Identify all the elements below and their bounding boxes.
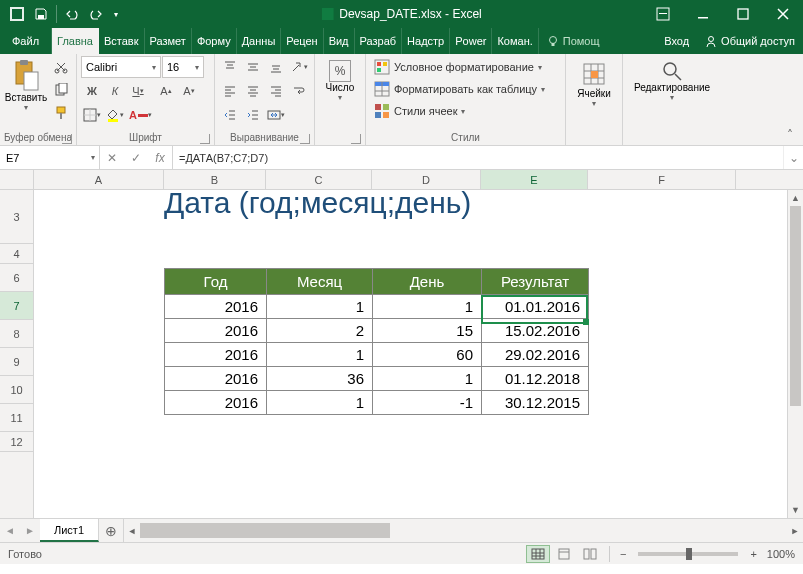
column-header[interactable]: A	[34, 170, 164, 189]
row-header[interactable]: 11	[0, 404, 33, 432]
zoom-slider[interactable]	[638, 552, 738, 556]
tab-insert[interactable]: Вставк	[99, 28, 145, 54]
format-painter-icon[interactable]	[50, 102, 72, 124]
maximize-icon[interactable]	[723, 0, 763, 28]
cell[interactable]: -1	[373, 391, 482, 415]
tab-formulas[interactable]: Форму	[192, 28, 237, 54]
underline-button[interactable]: Ч▾	[127, 80, 149, 102]
zoom-thumb[interactable]	[686, 548, 692, 560]
increase-font-icon[interactable]: A▴	[155, 80, 177, 102]
cell[interactable]: 2	[267, 319, 373, 343]
cell[interactable]: 2016	[165, 295, 267, 319]
cells-area[interactable]: Дата (год;месяц;день) ГодМесяцДеньРезуль…	[34, 190, 803, 518]
sheet-tab[interactable]: Лист1	[40, 519, 99, 542]
tab-addins[interactable]: Надстр	[402, 28, 450, 54]
format-as-table-button[interactable]: Форматировать как таблицу▾	[370, 78, 549, 100]
fx-icon[interactable]: fx	[148, 146, 172, 169]
italic-button[interactable]: К	[104, 80, 126, 102]
row-header[interactable]: 10	[0, 376, 33, 404]
cell[interactable]: 1	[267, 343, 373, 367]
tab-nav-prev[interactable]: ◄	[0, 519, 20, 542]
cell[interactable]: 29.02.2016	[482, 343, 589, 367]
tab-review[interactable]: Рецен	[281, 28, 323, 54]
conditional-formatting-button[interactable]: Условное форматирование▾	[370, 56, 546, 78]
editing-button[interactable]: Редактирование▾	[627, 56, 717, 102]
close-icon[interactable]	[763, 0, 803, 28]
minimize-icon[interactable]	[683, 0, 723, 28]
tell-me[interactable]: Помощ	[539, 28, 608, 54]
row-header[interactable]: 7	[0, 292, 33, 320]
tab-view[interactable]: Вид	[324, 28, 355, 54]
font-name-combo[interactable]: Calibri▾	[81, 56, 161, 78]
tab-power[interactable]: Power	[450, 28, 492, 54]
collapse-ribbon-icon[interactable]: ˄	[781, 126, 799, 144]
orientation-icon[interactable]: ▾	[288, 56, 310, 78]
add-sheet-icon[interactable]: ⊕	[99, 519, 123, 542]
cell[interactable]: 1	[373, 295, 482, 319]
zoom-out-icon[interactable]: −	[616, 548, 630, 560]
cell[interactable]: 2016	[165, 343, 267, 367]
cell[interactable]: 01.12.2018	[482, 367, 589, 391]
cell[interactable]: 15.02.2016	[482, 319, 589, 343]
paste-button[interactable]: Вставить▾	[4, 56, 48, 112]
horizontal-scrollbar[interactable]: ◄ ►	[123, 519, 803, 542]
tab-developer[interactable]: Разраб	[355, 28, 403, 54]
formula-input[interactable]: =ДАТА(B7;C7;D7)	[173, 146, 783, 169]
ribbon-options-icon[interactable]	[643, 0, 683, 28]
enter-formula-icon[interactable]: ✓	[124, 146, 148, 169]
cell[interactable]: 01.01.2016	[482, 295, 589, 319]
select-all-corner[interactable]	[0, 170, 34, 189]
row-header[interactable]: 4	[0, 244, 33, 264]
page-layout-view-icon[interactable]	[552, 545, 576, 563]
decrease-indent-icon[interactable]	[219, 104, 241, 126]
align-dialog-launcher[interactable]	[300, 134, 310, 144]
share-button[interactable]: Общий доступ	[697, 28, 803, 54]
tab-nav-next[interactable]: ►	[20, 519, 40, 542]
font-size-combo[interactable]: 16▾	[162, 56, 204, 78]
merge-icon[interactable]: ▾	[265, 104, 287, 126]
row-header[interactable]: 8	[0, 320, 33, 348]
number-format-button[interactable]: % Число▾	[319, 56, 361, 102]
expand-formula-bar-icon[interactable]: ⌄	[783, 146, 803, 169]
cell[interactable]: 36	[267, 367, 373, 391]
scroll-left-icon[interactable]: ◄	[124, 519, 140, 542]
column-header[interactable]: E	[481, 170, 588, 189]
align-bottom-icon[interactable]	[265, 56, 287, 78]
page-break-view-icon[interactable]	[578, 545, 602, 563]
row-header[interactable]: 12	[0, 432, 33, 452]
vertical-scroll-thumb[interactable]	[790, 206, 801, 406]
column-header[interactable]: C	[266, 170, 372, 189]
column-header[interactable]: F	[588, 170, 736, 189]
number-dialog-launcher[interactable]	[351, 134, 361, 144]
cancel-formula-icon[interactable]: ✕	[100, 146, 124, 169]
cell-styles-button[interactable]: Стили ячеек▾	[370, 100, 469, 122]
qat-customize-icon[interactable]: ▾	[109, 3, 123, 25]
cell[interactable]: 2016	[165, 319, 267, 343]
fill-color-icon[interactable]: ▾	[104, 104, 126, 126]
cell[interactable]: 1	[267, 295, 373, 319]
scroll-right-icon[interactable]: ►	[787, 519, 803, 542]
scroll-down-icon[interactable]: ▼	[788, 502, 803, 518]
row-header[interactable]: 6	[0, 264, 33, 292]
cell[interactable]: 1	[373, 367, 482, 391]
decrease-font-icon[interactable]: A▾	[178, 80, 200, 102]
undo-icon[interactable]	[61, 3, 83, 25]
font-color-icon[interactable]: A▾	[127, 104, 154, 126]
align-right-icon[interactable]	[265, 80, 287, 102]
copy-icon[interactable]	[50, 79, 72, 101]
align-middle-icon[interactable]	[242, 56, 264, 78]
scroll-up-icon[interactable]: ▲	[788, 190, 803, 206]
align-left-icon[interactable]	[219, 80, 241, 102]
zoom-in-icon[interactable]: +	[746, 548, 760, 560]
tab-team[interactable]: Коман.	[492, 28, 538, 54]
save-icon[interactable]	[30, 3, 52, 25]
bold-button[interactable]: Ж	[81, 80, 103, 102]
clipboard-dialog-launcher[interactable]	[62, 134, 72, 144]
font-dialog-launcher[interactable]	[200, 134, 210, 144]
column-header[interactable]: B	[164, 170, 266, 189]
tab-data[interactable]: Данны	[237, 28, 282, 54]
align-center-icon[interactable]	[242, 80, 264, 102]
cells-button[interactable]: Ячейки▾	[570, 56, 618, 108]
align-top-icon[interactable]	[219, 56, 241, 78]
cut-icon[interactable]	[50, 56, 72, 78]
